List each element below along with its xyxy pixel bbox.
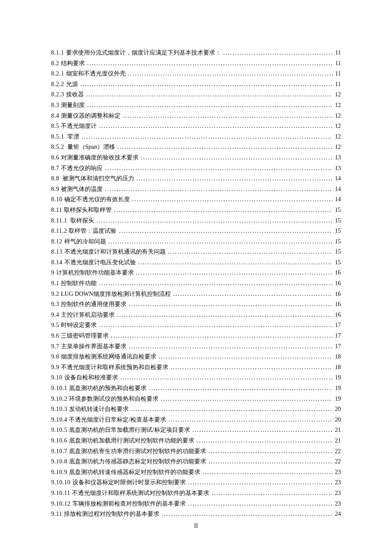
toc-section-number: 9 [51,268,56,278]
toc-section-number: 9.7 [51,341,61,352]
toc-page-number: 11 [334,79,341,90]
toc-title: 不透光烟度计 [61,121,98,132]
toc-title: 不透光烟度计和取样系统预热和自检要求 [61,362,170,373]
toc-title: 不透光烟度计日常标定/检查基本要求 [69,415,167,425]
toc-title: 取样探头 [69,216,95,226]
toc-entry: 8.5.1 零漂 12 [51,132,341,142]
toc-title: 结构要求 [61,58,86,69]
toc-title: 要求使用分流式烟度计，烟度计应满足下列基本技术要求： [66,48,223,58]
toc-title: 排放检测过程对控制软件的基本要求 [64,509,161,520]
toc-title: 控制软件功能 [61,278,98,289]
toc-page-number: 14 [333,184,341,195]
toc-leader-dots [87,100,333,111]
toc-title: 底盘测功机转速传感器标定对控制软件的功能要求 [69,467,202,478]
toc-entry: 9.10.8 底盘测功机力传感器静态标定对控制软件的功能要求 22 [51,457,341,467]
toc-page-number: 13 [333,153,341,163]
toc-leader-dots [188,477,332,488]
toc-leader-dots [105,163,333,174]
toc-leader-dots [209,457,333,467]
toc-page-number: 17 [333,341,341,352]
toc-section-number: 8.3 [51,100,61,111]
toc-page-number: 11 [334,48,341,58]
toc-leader-dots [211,488,332,499]
toc-entry: 9.4 主控计算机启动要求 16 [51,310,341,321]
toc-page-number: 15 [333,226,341,237]
toc-entry: 8.9 被测气体的温度 14 [51,184,341,195]
toc-entry: 8.2 结构要求 11 [51,58,341,69]
toc-title: 底盘测功机的日常加载滑行测试/标定项目要求 [69,425,191,436]
toc-page-number: 16 [333,289,341,300]
toc-title: 对测量准确度的验收技术要求 [61,153,140,163]
toc-title: 时钟设定要求 [61,320,98,331]
toc-title: 测量仪器的调整和标定 [61,111,122,121]
toc-page-number: 17 [333,320,341,331]
toc-entry: 9.9 不透光烟度计和取样系统预热和自检要求 18 [51,362,341,373]
toc-title: 主控计算机启动要求 [61,310,116,321]
toc-title: 环境参数测试仪的预热和自检要求 [69,394,160,405]
toc-page-number: 20 [333,415,341,425]
toc-title: 测量刻度 [61,100,86,111]
toc-section-number: 9.10.8 [51,457,69,467]
toc-section-number: 9.10.10 [51,477,72,488]
toc-title: 量矩（Span）漂移 [66,142,117,153]
toc-page-number: 16 [333,310,341,321]
toc-page-number: 15 [333,205,341,216]
toc-leader-dots [128,69,333,79]
toc-title: 计算机控制软件功能基本要求 [56,268,135,278]
toc-leader-dots [120,373,332,383]
toc-section-number: 8.2 [51,58,61,69]
toc-entry: 8.11.1 取样探头 15 [51,216,341,226]
toc-entry: 8.7 不透光仪的响应 13 [51,163,341,174]
toc-page-number: 12 [333,121,341,132]
toc-leader-dots [119,226,332,237]
toc-section-number: 9.10.7 [51,446,69,457]
toc-section-number: 8.11.1 [51,216,69,226]
toc-entry: 9.3 控制软件的通用使用要求 16 [51,299,341,310]
toc-page-number: 13 [333,163,341,174]
toc-section-number: 8.4 [51,111,61,121]
toc-title: 底盘测功机的预热和自检要求 [69,383,148,394]
toc-page-number: 23 [333,467,341,478]
toc-section-number: 8.8 [51,173,61,184]
toc-leader-dots [105,184,333,195]
toc-entry: 8.5 不透光烟度计 12 [51,121,341,132]
toc-page-number: 21 [333,425,341,436]
toc-title: 三级密码管理要求 [61,331,110,341]
toc-entry: 9.1 控制软件功能 16 [51,278,341,289]
toc-page-number: 12 [333,90,341,100]
toc-entry: 9.10.12 车辆排放检测前检查对控制软件的基本要求 23 [51,499,341,509]
toc-leader-dots [203,467,333,478]
toc-title: 不透光仪的响应 [61,163,104,174]
toc-leader-dots [223,48,333,58]
toc-title: 不透光烟度计电压变化试验 [64,257,138,268]
toc-title: 被测气体和清扫空气的压力 [61,173,135,184]
toc-page-number: 15 [333,237,341,247]
toc-section-number: 8.1.1 [51,48,66,58]
toc-leader-dots [171,362,333,373]
toc-leader-dots [132,194,332,205]
toc-section-number: 9.10.1 [51,383,69,394]
toc-page-number: 20 [333,404,341,415]
toc-section-number: 9.6 [51,331,61,341]
toc-leader-dots [161,509,332,520]
toc-entry: 8.11 取样探头和取样管 15 [51,205,341,216]
toc-section-number: 8.11.2 [51,226,69,237]
toc-section-number: 9.10.11 [51,488,72,499]
toc-leader-dots [138,257,332,268]
toc-page-number: 21 [333,436,341,446]
toc-leader-dots [114,205,332,216]
toc-page-number: 23 [333,488,341,499]
toc-section-number: 8.5.1 [51,132,66,142]
toc-title: 确定不透光仪的有效长度 [64,194,132,205]
toc-entry: 8.2.2 光源 11 [51,79,341,90]
toc-leader-dots [108,237,332,247]
toc-title: LUG DOWN烟度排放检测计算机控制流程 [61,289,172,300]
page-number: II [0,523,392,529]
toc-title: 被测气体的温度 [61,184,104,195]
toc-title: 底盘测功机加载滑行测试对控制软件功能的要求 [69,436,196,446]
toc-section-number: 8.10 [51,194,64,205]
toc-page-number: 12 [333,111,341,121]
toc-page-number: 22 [333,446,341,457]
toc-leader-dots [173,289,332,300]
toc-page-number: 16 [333,299,341,310]
